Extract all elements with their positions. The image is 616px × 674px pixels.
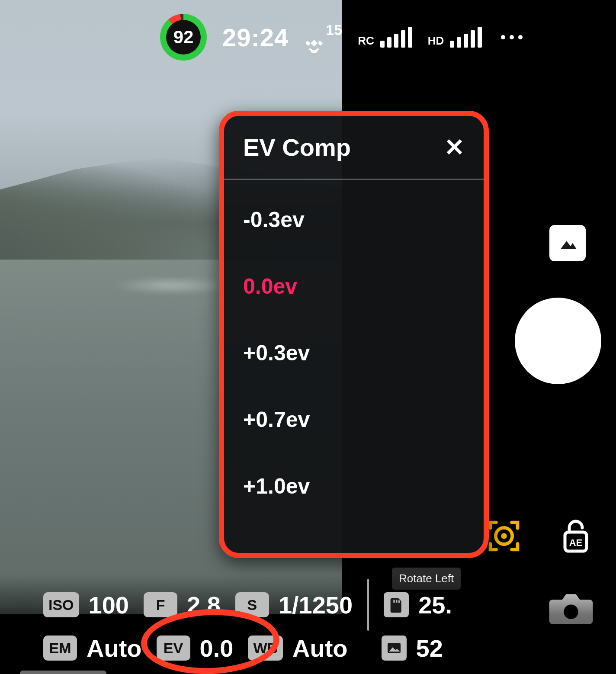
- wb-value: Auto: [292, 634, 348, 662]
- aperture-value: 2.8: [187, 591, 221, 619]
- flight-time-remaining: 29:24: [222, 23, 289, 52]
- ev-chip: EV: [157, 635, 190, 661]
- svg-rect-0: [311, 39, 318, 46]
- ev-option-selected[interactable]: 0.0ev: [243, 253, 465, 320]
- ev-group[interactable]: EV 0.0: [157, 634, 234, 662]
- iso-chip: ISO: [43, 592, 79, 617]
- satellite-count: 15: [326, 22, 342, 39]
- shutter-button[interactable]: [515, 298, 601, 384]
- storage-remaining: 25.: [418, 591, 452, 619]
- iso-value: 100: [89, 591, 129, 619]
- params-row-2: EM Auto EV 0.0 WB Auto 52: [43, 626, 599, 670]
- satellite-icon: [304, 33, 324, 53]
- svg-point-6: [501, 533, 507, 539]
- iso-group[interactable]: ISO 100: [43, 591, 129, 619]
- em-value: Auto: [87, 634, 142, 662]
- ev-option[interactable]: +1.0ev: [243, 453, 465, 520]
- ev-comp-title: EV Comp: [243, 133, 351, 161]
- rc-signal-bars-icon: [380, 27, 412, 48]
- camera-params-bar: ISO 100 F 2.8 S 1/1250 25. EM Aut: [0, 575, 616, 674]
- aperture-group[interactable]: F 2.8: [144, 591, 221, 619]
- gps-satellites[interactable]: 15: [304, 22, 342, 53]
- ev-comp-options[interactable]: -0.3ev 0.0ev +0.3ev +0.7ev +1.0ev: [224, 180, 484, 526]
- scroll-indicator: [20, 671, 106, 674]
- ev-option[interactable]: +0.3ev: [243, 320, 465, 386]
- svg-rect-10: [393, 600, 395, 603]
- drone-camera-screen: 92 29:24 15 RC HD: [0, 0, 616, 674]
- more-icon: [501, 35, 505, 39]
- svg-rect-2: [318, 40, 323, 45]
- wb-group[interactable]: WB Auto: [248, 634, 347, 662]
- storage-group[interactable]: 25.: [384, 591, 452, 619]
- ev-value: 0.0: [200, 634, 234, 662]
- ev-option[interactable]: +0.7ev: [243, 386, 465, 453]
- ae-lock-button[interactable]: AE: [561, 517, 591, 553]
- params-row-1: ISO 100 F 2.8 S 1/1250 25.: [43, 583, 599, 626]
- ev-comp-header: EV Comp ✕: [224, 116, 484, 180]
- shutter-chip: S: [235, 592, 269, 617]
- status-bar: 92 29:24 15 RC HD: [0, 11, 616, 63]
- rc-label: RC: [358, 34, 374, 48]
- gallery-button[interactable]: [549, 225, 586, 261]
- em-chip: EM: [43, 635, 77, 661]
- ae-lock-icon: AE: [561, 517, 591, 555]
- aperture-chip: F: [144, 592, 177, 617]
- gallery-icon: [555, 231, 580, 255]
- separator: [367, 579, 369, 631]
- focus-icon: [485, 517, 523, 555]
- svg-rect-11: [396, 600, 397, 603]
- rc-signal[interactable]: RC: [358, 27, 412, 48]
- ev-comp-popup: EV Comp ✕ -0.3ev 0.0ev +0.3ev +0.7ev +1.…: [219, 111, 489, 558]
- close-icon: ✕: [444, 134, 465, 161]
- hd-signal-bars-icon: [450, 27, 482, 48]
- shutter-value: 1/1250: [279, 591, 353, 619]
- photos-remaining: 52: [416, 634, 443, 662]
- shutter-group[interactable]: S 1/1250: [235, 591, 353, 619]
- hd-label: HD: [428, 34, 444, 48]
- svg-text:AE: AE: [569, 537, 583, 548]
- battery-indicator[interactable]: 92: [160, 14, 207, 61]
- em-group[interactable]: EM Auto: [43, 634, 142, 662]
- hd-signal[interactable]: HD: [428, 27, 482, 48]
- battery-percent: 92: [166, 20, 201, 55]
- close-button[interactable]: ✕: [444, 135, 465, 160]
- battery-ring-icon: 92: [160, 14, 207, 61]
- wb-chip: WB: [248, 635, 283, 661]
- sd-card-icon: [384, 592, 409, 617]
- photo-count-group[interactable]: 52: [382, 634, 443, 662]
- ev-option[interactable]: -0.3ev: [243, 186, 465, 253]
- svg-rect-12: [398, 600, 400, 603]
- photo-count-icon: [382, 635, 407, 661]
- svg-rect-1: [305, 40, 311, 45]
- more-menu-button[interactable]: [501, 35, 523, 39]
- focus-mode-button[interactable]: [485, 517, 523, 555]
